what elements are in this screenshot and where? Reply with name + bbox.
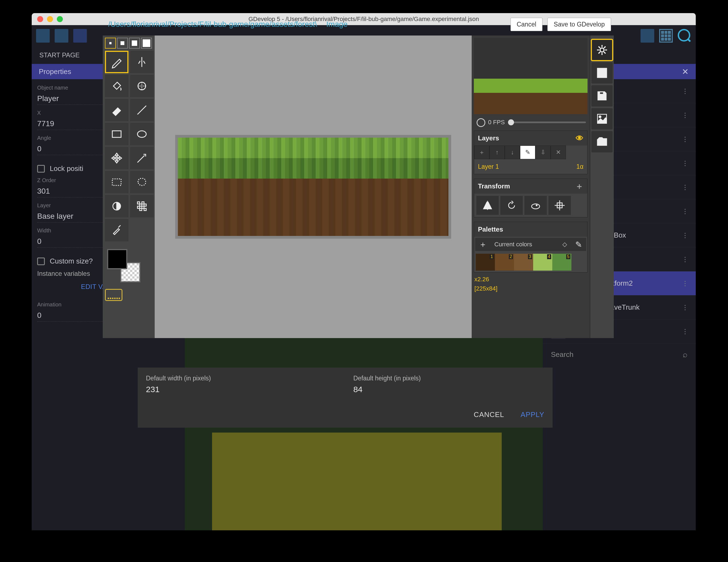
- object-item-menu-icon[interactable]: ⋮: [682, 184, 688, 191]
- onion-skin-icon[interactable]: [475, 118, 485, 127]
- pen-tool-icon[interactable]: [105, 51, 128, 73]
- rectangle-tool-icon[interactable]: [105, 123, 128, 145]
- clone-tool-icon[interactable]: [524, 196, 547, 215]
- move-tool-icon[interactable]: [105, 147, 128, 169]
- stroke-tool-icon[interactable]: [130, 99, 154, 121]
- paint-bucket-tool-icon[interactable]: [105, 75, 128, 97]
- edit-layer-button[interactable]: ✎: [520, 146, 535, 159]
- svg-rect-3: [112, 179, 121, 186]
- svg-point-14: [536, 205, 537, 206]
- object-item-menu-icon[interactable]: ⋮: [682, 87, 688, 95]
- custom-size-checkbox[interactable]: [37, 258, 45, 265]
- export-tab-icon[interactable]: [591, 108, 613, 130]
- add-layer-button[interactable]: ＋: [474, 146, 489, 159]
- magic-bucket-tool-icon[interactable]: [130, 75, 154, 97]
- search-icon[interactable]: ⌕: [683, 350, 688, 359]
- edit-palette-button[interactable]: ✎: [571, 238, 586, 251]
- custom-size-label: Custom size?: [50, 257, 93, 266]
- svg-point-18: [599, 116, 601, 118]
- dialog-cancel-button[interactable]: CANCEL: [474, 410, 504, 419]
- fps-label: 0 FPS: [488, 119, 505, 126]
- svg-point-15: [600, 48, 604, 52]
- mirror-pen-tool-icon[interactable]: [130, 51, 154, 73]
- flip-tool-icon[interactable]: [476, 196, 499, 215]
- colorpicker-tool-icon[interactable]: [105, 219, 128, 242]
- transform-more-icon[interactable]: ＋: [575, 181, 583, 192]
- lock-position-label: Lock positi: [50, 164, 83, 173]
- svg-point-2: [137, 131, 146, 137]
- toolbar-layers-icon[interactable]: [641, 29, 654, 43]
- fps-slider[interactable]: [508, 122, 586, 123]
- object-item-menu-icon[interactable]: ⋮: [682, 136, 688, 143]
- lock-position-checkbox[interactable]: [37, 165, 45, 173]
- layer-down-button[interactable]: ↓: [505, 146, 520, 159]
- palette-color-swatch[interactable]: 3: [514, 254, 533, 271]
- zoom-reset-icon[interactable]: [678, 29, 691, 43]
- object-item-menu-icon[interactable]: ⋮: [682, 232, 688, 239]
- color-swatches[interactable]: [105, 247, 140, 282]
- grid-icon[interactable]: [659, 29, 673, 43]
- merge-layer-button[interactable]: ⇩: [535, 146, 551, 159]
- toolbar-scene-icon[interactable]: [55, 29, 68, 43]
- layer-preview-icon[interactable]: 👁: [576, 134, 583, 143]
- svg-rect-1: [112, 131, 121, 137]
- close-icon[interactable]: ✕: [682, 67, 689, 77]
- rectangle-select-tool-icon[interactable]: [105, 171, 128, 193]
- layer-row[interactable]: Layer 1 1α: [474, 159, 587, 174]
- default-width-field[interactable]: 231: [146, 385, 337, 394]
- piskel-side-tabs: [590, 36, 614, 338]
- brush-size-3[interactable]: [129, 38, 140, 49]
- keyboard-shortcuts-icon[interactable]: [105, 289, 122, 301]
- palette-color-swatch[interactable]: 2: [495, 254, 514, 271]
- resize-tab-icon[interactable]: [591, 62, 613, 84]
- palette-selector[interactable]: Current colors◇: [491, 238, 571, 251]
- palettes-panel: Palettes ＋ Current colors◇ ✎ 12345: [474, 222, 588, 273]
- svg-rect-12: [144, 208, 146, 211]
- pathbar-cancel-button[interactable]: Cancel: [510, 18, 543, 31]
- object-item-menu-icon[interactable]: ⋮: [682, 328, 688, 335]
- piskel-toolbox: [103, 36, 155, 338]
- object-item-menu-icon[interactable]: ⋮: [682, 256, 688, 263]
- brush-size-1[interactable]: [105, 38, 116, 49]
- palette-color-swatch[interactable]: 1: [476, 254, 495, 271]
- object-item-menu-icon[interactable]: ⋮: [682, 280, 688, 287]
- layer-up-button[interactable]: ↑: [489, 146, 505, 159]
- save-tab-icon[interactable]: [591, 85, 613, 107]
- dialog-apply-button[interactable]: APPLY: [521, 410, 544, 419]
- toolbar-project-icon[interactable]: [36, 29, 50, 43]
- image-editor-pathbar: /Users/florianrival/Projects/F/lil-bub-g…: [103, 13, 614, 36]
- drawing-canvas[interactable]: [155, 36, 472, 338]
- tab-start-page[interactable]: START PAGE: [32, 46, 87, 64]
- lasso-select-tool-icon[interactable]: [130, 171, 154, 193]
- foreground-color-swatch[interactable]: [107, 249, 127, 269]
- circle-tool-icon[interactable]: [130, 123, 154, 145]
- add-palette-button[interactable]: ＋: [475, 238, 491, 251]
- center-tool-icon[interactable]: [548, 196, 571, 215]
- palette-color-swatch[interactable]: 4: [533, 254, 552, 271]
- rotate-tool-icon[interactable]: [500, 196, 523, 215]
- object-item-menu-icon[interactable]: ⋮: [682, 160, 688, 167]
- animation-preview[interactable]: [474, 38, 588, 114]
- layers-panel: Layers 👁 ＋ ↑ ↓ ✎ ⇩ ✕ Layer 1 1α: [474, 131, 588, 174]
- toolbar-debug-icon[interactable]: [73, 29, 87, 43]
- svg-rect-11: [140, 208, 142, 211]
- import-tab-icon[interactable]: [591, 131, 613, 152]
- palette-color-swatch[interactable]: 5: [552, 254, 571, 271]
- eraser-tool-icon[interactable]: [105, 99, 128, 121]
- shape-select-tool-icon[interactable]: [130, 147, 154, 169]
- pathbar-save-button[interactable]: Save to GDevelop: [547, 18, 611, 31]
- delete-layer-button[interactable]: ✕: [551, 146, 566, 159]
- default-height-field[interactable]: 84: [353, 385, 544, 394]
- object-item-menu-icon[interactable]: ⋮: [682, 111, 688, 119]
- lighten-tool-icon[interactable]: [105, 195, 128, 218]
- settings-tab-icon[interactable]: [591, 39, 613, 61]
- path-breadcrumb[interactable]: /Users/florianrival/Projects/F/lil-bub-g…: [108, 20, 317, 29]
- object-item-menu-icon[interactable]: ⋮: [682, 304, 688, 311]
- piskel-editor: 0 FPS Layers 👁 ＋ ↑ ↓ ✎ ⇩ ✕: [103, 36, 614, 338]
- object-item-menu-icon[interactable]: ⋮: [682, 208, 688, 215]
- brush-size-4[interactable]: [141, 38, 152, 49]
- transform-panel: Transform ＋: [474, 179, 588, 218]
- dither-tool-icon[interactable]: [130, 195, 154, 218]
- path-image-label: Image: [326, 20, 348, 29]
- brush-size-2[interactable]: [117, 38, 128, 49]
